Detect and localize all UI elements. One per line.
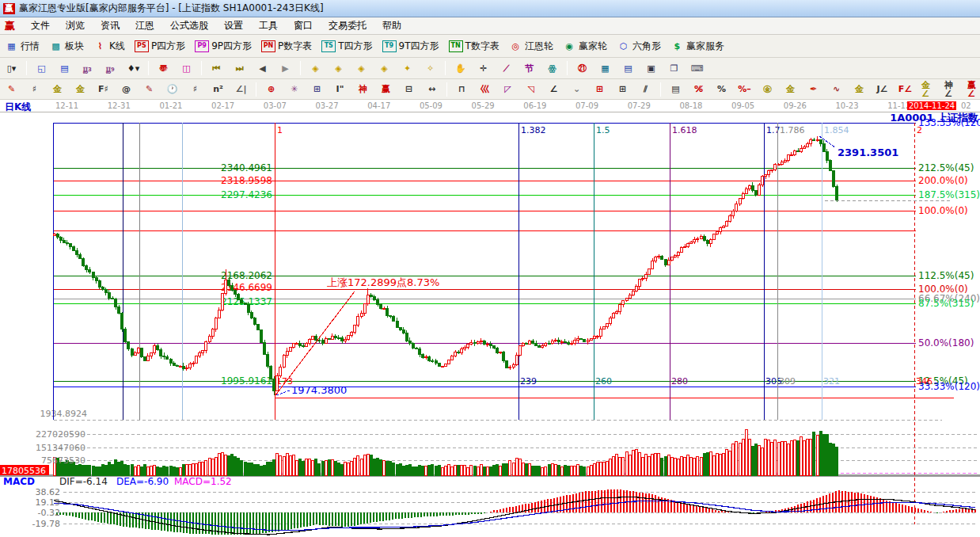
shift-right-diamond[interactable]: ◈ bbox=[327, 60, 350, 77]
menu-item-5[interactable]: 设置 bbox=[216, 17, 251, 35]
menu-item-2[interactable]: 资讯 bbox=[93, 17, 127, 35]
gann-measure-tool[interactable]: 节 bbox=[518, 60, 541, 77]
candle-body bbox=[205, 341, 207, 350]
wave-band-tool[interactable]: ∿ bbox=[825, 81, 848, 97]
number-grid-tool[interactable]: ⊟ bbox=[397, 81, 420, 97]
expand-diamond[interactable]: ◈ bbox=[350, 60, 373, 77]
p-square-button[interactable]: PSP四方形 bbox=[130, 37, 190, 55]
analysis-brain-icon[interactable]: ꙮ bbox=[541, 60, 564, 77]
p-number-button[interactable]: PNP数字表 bbox=[256, 37, 317, 55]
calculator-button[interactable]: ▦ bbox=[594, 60, 617, 77]
info-panel-icon[interactable]: ▤ bbox=[53, 60, 76, 77]
shen-ruler-tool[interactable]: 神 bbox=[351, 81, 374, 97]
gold-circle-tool[interactable]: ㊎ bbox=[756, 81, 779, 97]
quote-button[interactable]: ▦行情 bbox=[0, 37, 44, 55]
crosshair-tool[interactable]: ✛ bbox=[472, 60, 495, 77]
pattern-red-icon[interactable]: 〠 bbox=[152, 60, 175, 77]
menu-item-6[interactable]: 工具 bbox=[251, 17, 286, 35]
sector-button[interactable]: ▩板块 bbox=[44, 37, 89, 55]
shift-left-diamond[interactable]: ◈ bbox=[304, 60, 327, 77]
gold-angle-tool[interactable]: 金∠ bbox=[917, 81, 940, 97]
time-cycle-tool[interactable]: 🕐 bbox=[161, 81, 184, 97]
gold-ruler2-tool[interactable]: 金 bbox=[69, 81, 92, 97]
9p-square-button[interactable]: P99P四方形 bbox=[190, 37, 256, 55]
zoom-in-diamond[interactable]: ✧ bbox=[419, 60, 442, 77]
nav-prev-button[interactable]: ◀ bbox=[251, 60, 274, 77]
hand-tool[interactable]: ✋ bbox=[449, 60, 472, 77]
red-grid-tool[interactable]: ⊞ bbox=[588, 81, 611, 97]
zoom-out-diamond[interactable]: ✦ bbox=[396, 60, 419, 77]
volume-bar bbox=[700, 457, 702, 475]
n2-tool[interactable]: n² bbox=[207, 81, 230, 97]
fan-box-tool[interactable]: ◸ bbox=[496, 81, 519, 97]
star-tool[interactable]: ✳ bbox=[283, 81, 306, 97]
menu-item-8[interactable]: 交易委托 bbox=[321, 17, 374, 35]
spiral-tool[interactable]: @ bbox=[115, 81, 138, 97]
nav-first-button[interactable]: ⏮ bbox=[205, 60, 228, 77]
ruler-tool[interactable]: ♯ bbox=[184, 81, 207, 97]
compass-tool[interactable]: ⊕ bbox=[260, 81, 283, 97]
candle-style-dropdown[interactable]: ♦▾ bbox=[122, 60, 145, 77]
stats-bars-tool[interactable]: ▤ bbox=[664, 81, 687, 97]
9t-square-button[interactable]: T99T四方形 bbox=[378, 37, 444, 55]
nav-last-button[interactable]: ⏭ bbox=[228, 60, 251, 77]
remote-pc-button[interactable]: ⌨ bbox=[686, 60, 708, 77]
chart-style-dropdown[interactable]: ▯▾ bbox=[0, 60, 23, 77]
nav-next-button[interactable]: ▶ bbox=[274, 60, 297, 77]
gold-ruler-tool[interactable]: 金 bbox=[46, 81, 69, 97]
pen-ruler-tool[interactable]: ✎ bbox=[138, 81, 161, 97]
wave9-icon[interactable]: ꚏ₉ bbox=[99, 60, 122, 77]
t-number-button[interactable]: TNT数字表 bbox=[444, 37, 504, 55]
frame-tool[interactable]: ⊓ bbox=[450, 81, 473, 97]
menu-item-0[interactable]: 文件 bbox=[23, 17, 58, 35]
ying-ruler-tool[interactable]: 赢 bbox=[374, 81, 397, 97]
menu-item-9[interactable]: 帮助 bbox=[374, 17, 409, 35]
save-button[interactable]: ▣ bbox=[640, 60, 663, 77]
hexagon-button[interactable]: ⬡六角形 bbox=[612, 37, 666, 55]
star-grid-tool[interactable]: ⊞ bbox=[306, 81, 329, 97]
measure-tool[interactable]: ⟋ bbox=[495, 60, 518, 77]
kline-button[interactable]: ⌇K线 bbox=[89, 37, 130, 55]
span-arrow-tool[interactable]: ↔ bbox=[420, 81, 443, 97]
trend-angle-tool[interactable]: ∠ bbox=[542, 81, 565, 97]
ink-pen-tool[interactable]: ✒ bbox=[802, 81, 825, 97]
menu-item-3[interactable]: 江恩 bbox=[127, 17, 162, 35]
fan-lines-tool[interactable]: 巛 bbox=[473, 81, 496, 97]
service-button[interactable]: $赢家服务 bbox=[666, 37, 729, 55]
gold-band-tool[interactable]: 金 bbox=[848, 81, 871, 97]
quote-button-icon: ▦ bbox=[5, 40, 18, 52]
percent-line-tool[interactable]: %– bbox=[733, 81, 756, 97]
black-grid-tool[interactable]: ⊞ bbox=[611, 81, 634, 97]
menu-item-1[interactable]: 浏览 bbox=[58, 17, 93, 35]
gold-hline-tool[interactable]: 金 bbox=[779, 81, 802, 97]
notes-button[interactable]: ▤ bbox=[617, 60, 640, 77]
calendar-button[interactable]: ㉑ bbox=[571, 60, 594, 77]
f-ruler-tool[interactable]: F♯ bbox=[92, 81, 115, 97]
ying-angle-tool[interactable]: 赢∠ bbox=[963, 81, 980, 97]
wave3-icon[interactable]: ꚏ₃ bbox=[76, 60, 99, 77]
pattern-view-icon[interactable]: ◱ bbox=[30, 60, 53, 77]
parallel-lines-tool[interactable]: ⫽ bbox=[634, 81, 657, 97]
menu-item-4[interactable]: 公式选股 bbox=[162, 17, 216, 35]
brush-tool[interactable]: ✎ bbox=[0, 81, 23, 97]
f-angle-tool[interactable]: F∠ bbox=[894, 81, 917, 97]
compress-diamond[interactable]: ◈ bbox=[373, 60, 396, 77]
k-count-tool[interactable]: Ⅰ" bbox=[329, 81, 351, 97]
candle-body bbox=[419, 348, 421, 354]
menu-item-7[interactable]: 窗口 bbox=[286, 17, 321, 35]
angle-mirror-tool[interactable]: ∠| bbox=[230, 81, 253, 97]
gann-ruler-tool[interactable]: ♯ bbox=[23, 81, 46, 97]
v-wave-tool[interactable]: ⌄ bbox=[565, 81, 588, 97]
t-square-button[interactable]: TST四方形 bbox=[317, 37, 377, 55]
j-angle-tool[interactable]: J∠ bbox=[871, 81, 894, 97]
percent-strike-tool[interactable]: %̸ bbox=[687, 81, 710, 97]
shen-angle-tool[interactable]: 神∠ bbox=[940, 81, 963, 97]
winner-wheel-button[interactable]: ◉赢家轮 bbox=[558, 37, 612, 55]
title-bar[interactable]: 赢 赢家江恩专业版[赢家内部服务平台] - [上证指数 SH1A0001-243… bbox=[0, 0, 980, 17]
percent-tool[interactable]: % bbox=[710, 81, 733, 97]
volume-profile-icon[interactable]: ◫ bbox=[175, 60, 198, 77]
capture-button[interactable]: ❐ bbox=[663, 60, 686, 77]
fan-square-tool[interactable]: ◹ bbox=[519, 81, 542, 97]
gann-wheel-button[interactable]: ◎江恩轮 bbox=[504, 37, 558, 55]
volume-bar bbox=[832, 444, 834, 475]
